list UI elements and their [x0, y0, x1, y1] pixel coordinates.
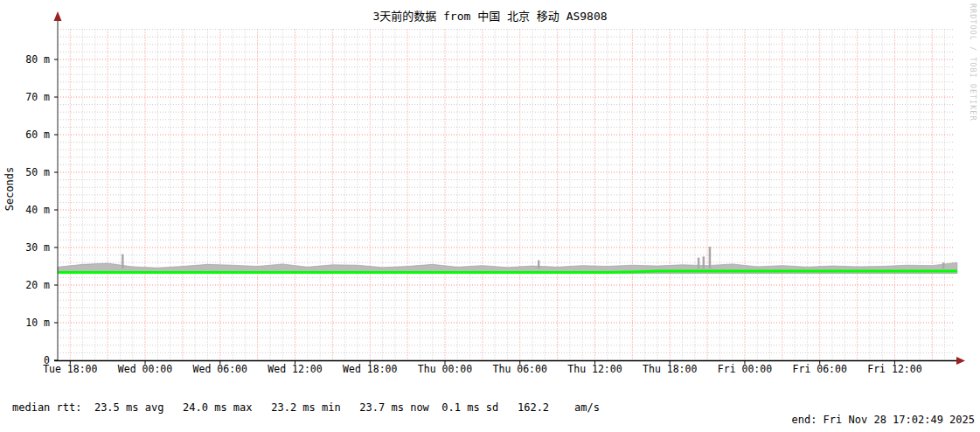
latency-spike [122, 254, 124, 268]
y-tick-label: 30 m [25, 241, 50, 254]
x-tick-label: Wed 00:00 [118, 363, 172, 375]
latency-spike [703, 256, 705, 268]
y-tick-label: 70 m [25, 91, 50, 103]
x-tick-label: Fri 00:00 [718, 363, 772, 375]
grid [58, 30, 955, 360]
x-tick-label: Thu 12:00 [567, 363, 622, 375]
y-tick-label: 60 m [25, 129, 50, 141]
latency-spike [942, 262, 945, 268]
median-rtt-stats: median rtt: 23.5 ms avg 24.0 ms max 23.2… [12, 401, 600, 414]
x-tick-label: Wed 18:00 [343, 363, 397, 375]
latency-chart: Tue 18:00Wed 00:00Wed 06:00Wed 12:00Wed … [0, 0, 980, 432]
x-tick-label: Wed 12:00 [268, 363, 322, 375]
x-tick-label: Fri 12:00 [867, 363, 921, 375]
y-tick-label: 0 [44, 354, 50, 366]
x-tick-label: Wed 06:00 [193, 363, 247, 375]
stats-block: median rtt: 23.5 ms avg 24.0 ms max 23.2… [12, 377, 600, 432]
x-tick-label: Tue 18:00 [43, 363, 97, 375]
x-tick-label: Fri 06:00 [793, 363, 847, 375]
x-tick-label: Thu 00:00 [418, 363, 472, 375]
y-tick-label: 10 m [25, 317, 50, 329]
y-axis-arrow [54, 11, 62, 21]
end-timestamp: end: Fri Nov 28 17:02:49 2025 [791, 414, 975, 426]
y-tick-label: 50 m [25, 166, 50, 178]
median-line [58, 271, 957, 272]
y-tick-label: 80 m [25, 53, 50, 66]
latency-spike [698, 258, 700, 268]
x-tick-label: Thu 18:00 [643, 363, 697, 375]
x-tick-label: Thu 06:00 [493, 363, 547, 375]
y-tick-label: 40 m [25, 204, 50, 216]
latency-spike [709, 247, 712, 268]
y-tick-label: 20 m [25, 279, 50, 291]
x-axis-arrow [956, 357, 965, 365]
latency-spike [538, 261, 540, 268]
